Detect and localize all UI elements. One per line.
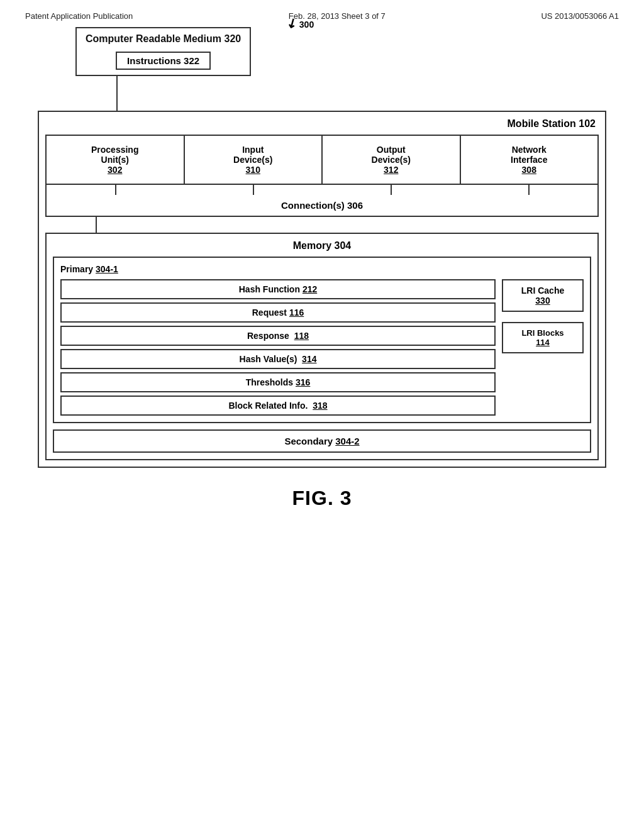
od-line1: Output (377, 145, 406, 155)
processing-unit-box: Processing Unit(s) 302 (45, 135, 185, 185)
input-device-box: Input Device(s) 310 (185, 135, 323, 185)
primary-box: Primary 304-1 Hash Function 212 Request … (53, 257, 591, 423)
block-related-item: Block Related Info. 318 (60, 396, 496, 416)
unit-connectors (45, 185, 599, 195)
id-line1: Input (242, 145, 264, 155)
hash-values-item: Hash Value(s) 314 (60, 349, 496, 369)
primary-right-items: LRI Cache 330 LRI Blocks 114 (502, 279, 584, 416)
figure-label: FIG. 3 (38, 487, 606, 510)
mobile-station-label: Mobile Station 102 (45, 118, 599, 130)
response-item: Response 118 (60, 326, 496, 346)
lri-blocks-box: LRI Blocks 114 (502, 322, 584, 353)
arrow-icon: ↙ (283, 14, 300, 32)
ni-line1: Network (512, 145, 547, 155)
output-device-box: Output Device(s) 312 (323, 135, 461, 185)
ni-line2: Interface (511, 155, 547, 165)
pu-line1: Processing (91, 145, 138, 155)
primary-inner: Hash Function 212 Request 116 Response 1… (60, 279, 584, 416)
crm-box: Computer Readable Medium 320 Instruction… (75, 27, 251, 76)
header-right: US 2013/0053066 A1 (541, 11, 619, 21)
crm-label: Computer Readable Medium 320 (86, 33, 241, 45)
lri-cache-box: LRI Cache 330 (502, 279, 584, 312)
hash-function-item: Hash Function 212 (60, 279, 496, 299)
page-header: Patent Application Publication Feb. 28, … (0, 0, 644, 27)
mobile-station-box: Mobile Station 102 Processing Unit(s) 30… (38, 111, 606, 468)
primary-left-items: Hash Function 212 Request 116 Response 1… (60, 279, 496, 416)
lri-cache-ref: 330 (508, 296, 577, 306)
crm-to-mobile-connector (116, 76, 118, 111)
crm-instructions: Instructions 322 (116, 52, 211, 70)
connection-to-memory-line (45, 217, 599, 233)
memory-label: Memory 304 (53, 240, 591, 252)
thresholds-item: Thresholds 316 (60, 372, 496, 392)
header-left: Patent Application Publication (25, 11, 133, 21)
id-ref: 310 (246, 165, 260, 175)
memory-box: Memory 304 Primary 304-1 Hash Function 2… (45, 233, 599, 460)
units-row: Processing Unit(s) 302 Input Device(s) 3… (45, 135, 599, 185)
secondary-box: Secondary 304-2 (53, 429, 591, 453)
lri-cache-label: LRI Cache (508, 285, 577, 296)
ref-300: ↙300 (286, 16, 314, 31)
ni-ref: 308 (522, 165, 536, 175)
request-item: Request 116 (60, 302, 496, 323)
od-line2: Device(s) (372, 155, 411, 165)
id-line2: Device(s) (233, 155, 272, 165)
lri-blocks-label: LRI Blocks (508, 328, 577, 338)
diagram-area: Computer Readable Medium 320 Instruction… (0, 27, 644, 510)
lri-blocks-ref: 114 (508, 338, 577, 347)
connections-bar: Connection(s) 306 (45, 195, 599, 217)
network-interface-box: Network Interface 308 (461, 135, 599, 185)
pu-ref: 302 (108, 165, 122, 175)
od-ref: 312 (384, 165, 398, 175)
primary-label: Primary 304-1 (60, 264, 584, 274)
pu-line2: Unit(s) (101, 155, 129, 165)
